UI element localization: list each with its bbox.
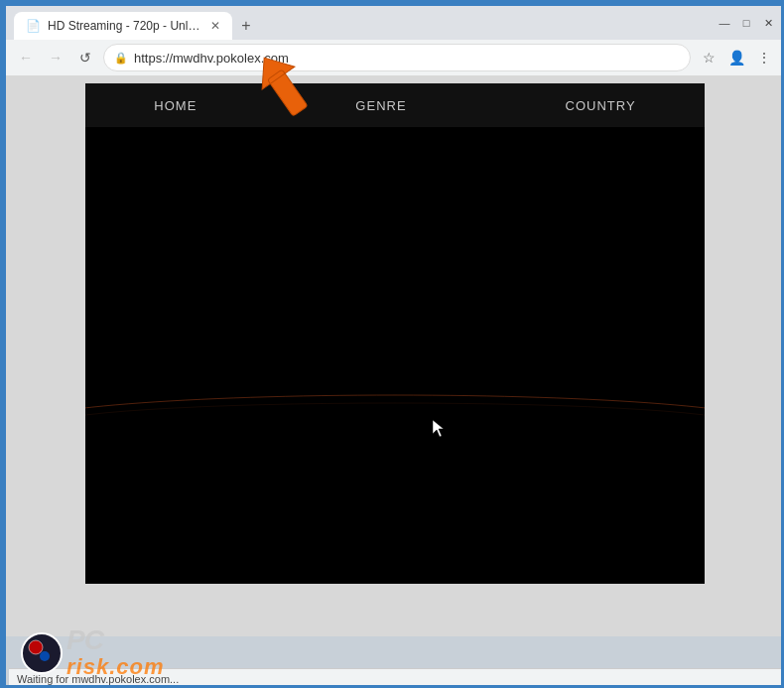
- refresh-button[interactable]: ↺: [73, 46, 97, 69]
- svg-point-10: [29, 640, 43, 654]
- status-text: Waiting for mwdhv.pokolex.com...: [17, 673, 179, 685]
- url-text: https://mwdhv.pokolex.com: [134, 51, 680, 66]
- maximize-button[interactable]: □: [738, 15, 754, 31]
- nav-item-home[interactable]: HOME: [74, 83, 276, 127]
- lock-icon: 🔒: [114, 52, 128, 65]
- minimize-button[interactable]: —: [717, 15, 732, 31]
- tab-close-icon[interactable]: ✕: [210, 19, 220, 33]
- svg-point-9: [40, 651, 50, 661]
- svg-point-0: [85, 395, 705, 425]
- bookmark-button[interactable]: ☆: [697, 46, 720, 69]
- tab-title: HD Streaming - 720p - Unlim...: [48, 19, 202, 33]
- nav-item-genre[interactable]: GENRE: [276, 83, 485, 127]
- new-tab-button[interactable]: +: [232, 12, 260, 40]
- video-area: [85, 127, 705, 584]
- svg-point-8: [29, 640, 43, 654]
- status-bar: Waiting for mwdhv.pokolex.com...: [9, 668, 781, 688]
- address-bar-actions: ☆ 👤 ⋮: [697, 46, 776, 69]
- horizon-svg: [85, 365, 705, 425]
- window-controls: — □ ✕: [717, 15, 776, 31]
- close-button[interactable]: ✕: [760, 15, 776, 31]
- title-bar: 📄 HD Streaming - 720p - Unlim... ✕ + — □…: [6, 6, 784, 40]
- svg-point-7: [24, 635, 60, 671]
- address-bar-row: ← → ↺ 🔒 https://mwdhv.pokolex.com ☆ 👤 ⋮: [6, 40, 784, 75]
- nav-item-country[interactable]: COUNTRY: [486, 83, 716, 127]
- website-inner: HOME GENRE COUNTRY: [85, 83, 705, 584]
- browser-window: 📄 HD Streaming - 720p - Unlim... ✕ + — □…: [3, 3, 784, 688]
- svg-point-1: [85, 403, 705, 425]
- active-tab[interactable]: 📄 HD Streaming - 720p - Unlim... ✕: [14, 12, 232, 40]
- back-button[interactable]: ←: [14, 46, 38, 69]
- tab-favicon: 📄: [26, 19, 40, 33]
- forward-button[interactable]: →: [44, 46, 67, 69]
- menu-button[interactable]: ⋮: [752, 46, 776, 69]
- site-nav: HOME GENRE COUNTRY: [85, 83, 705, 127]
- account-button[interactable]: 👤: [724, 46, 748, 69]
- tab-bar: 📄 HD Streaming - 720p - Unlim... ✕ +: [14, 6, 717, 40]
- website-container: HOME GENRE COUNTRY: [6, 75, 784, 636]
- address-bar[interactable]: 🔒 https://mwdhv.pokolex.com: [103, 44, 691, 71]
